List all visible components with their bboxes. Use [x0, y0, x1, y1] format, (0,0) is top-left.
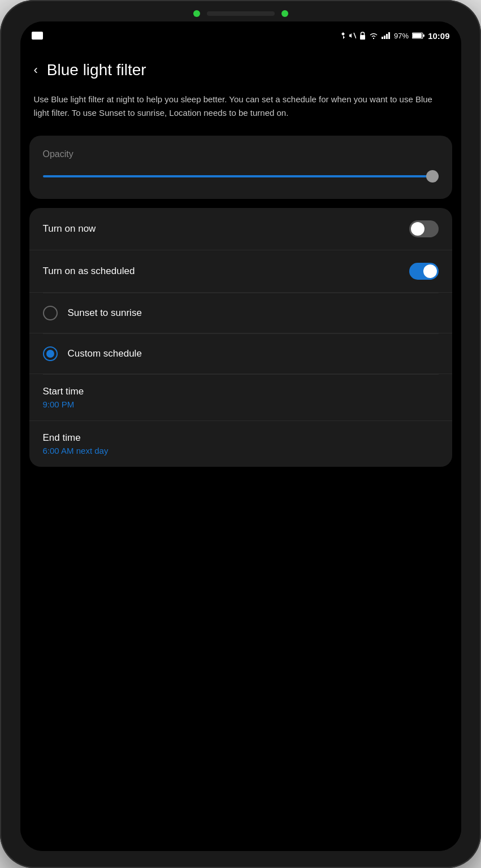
status-left	[32, 32, 43, 40]
status-bar: 97% 10:09	[20, 21, 461, 50]
end-time-value: 6:00 AM next day	[43, 446, 439, 455]
camera-dot-right	[281, 10, 288, 17]
signal-icon	[382, 32, 391, 39]
custom-schedule-row[interactable]: Custom schedule	[29, 334, 452, 374]
svg-rect-9	[413, 33, 422, 38]
page-header: ‹ Blue light filter	[20, 50, 461, 93]
content-area: ‹ Blue light filter Use Blue light filte…	[20, 50, 461, 851]
turn-on-now-knob	[411, 222, 424, 236]
turn-on-now-toggle[interactable]	[409, 220, 439, 237]
phone-speaker	[207, 11, 275, 16]
image-icon	[32, 32, 43, 40]
turn-on-scheduled-knob	[423, 264, 437, 278]
turn-on-scheduled-toggle[interactable]	[409, 263, 439, 280]
svg-line-2	[354, 33, 356, 38]
bottom-area	[20, 476, 461, 532]
sunset-sunrise-row[interactable]: Sunset to sunrise	[29, 293, 452, 333]
start-time-row[interactable]: Start time 9:00 PM	[29, 375, 452, 421]
svg-rect-10	[423, 34, 424, 37]
phone-screen: 97% 10:09 ‹ Blue light filter Use Blue l…	[20, 21, 461, 851]
sunset-sunrise-label: Sunset to sunrise	[68, 307, 142, 319]
lock-icon	[359, 32, 366, 40]
start-time-label: Start time	[43, 386, 439, 397]
mute-icon	[349, 32, 356, 40]
opacity-label: Opacity	[43, 149, 439, 159]
turn-on-scheduled-label: Turn on as scheduled	[43, 266, 135, 277]
opacity-slider-track	[43, 175, 439, 177]
end-time-row[interactable]: End time 6:00 AM next day	[29, 421, 452, 467]
end-time-label: End time	[43, 432, 439, 444]
battery-percent: 97%	[394, 32, 409, 40]
page-title: Blue light filter	[47, 61, 146, 79]
status-time: 10:09	[428, 31, 449, 41]
turn-on-now-label: Turn on now	[43, 223, 96, 235]
wifi-icon	[369, 32, 378, 39]
turn-on-now-row[interactable]: Turn on now	[29, 208, 452, 250]
status-right: 97% 10:09	[340, 31, 449, 41]
opacity-slider-thumb	[426, 170, 439, 183]
bluetooth-icon	[340, 32, 346, 40]
phone-top-bar	[0, 0, 481, 21]
svg-rect-7	[388, 32, 390, 39]
custom-schedule-radio-inner	[46, 350, 54, 358]
back-button[interactable]: ‹	[34, 63, 38, 77]
description-text: Use Blue light filter at night to help y…	[20, 93, 461, 136]
sunset-sunrise-radio[interactable]	[43, 306, 58, 320]
opacity-slider-container[interactable]	[43, 171, 439, 182]
toggles-card: Turn on now Turn on as scheduled	[29, 208, 452, 467]
camera-dot-left	[193, 10, 200, 17]
phone-frame: 97% 10:09 ‹ Blue light filter Use Blue l…	[0, 0, 481, 868]
svg-rect-3	[360, 35, 365, 40]
turn-on-scheduled-row[interactable]: Turn on as scheduled	[29, 250, 452, 293]
svg-rect-5	[384, 36, 385, 39]
start-time-value: 9:00 PM	[43, 400, 439, 409]
custom-schedule-radio[interactable]	[43, 346, 58, 361]
custom-schedule-label: Custom schedule	[68, 348, 142, 359]
battery-icon	[412, 32, 424, 39]
svg-rect-6	[386, 34, 388, 39]
opacity-card: Opacity	[29, 136, 452, 199]
svg-rect-4	[382, 37, 383, 39]
